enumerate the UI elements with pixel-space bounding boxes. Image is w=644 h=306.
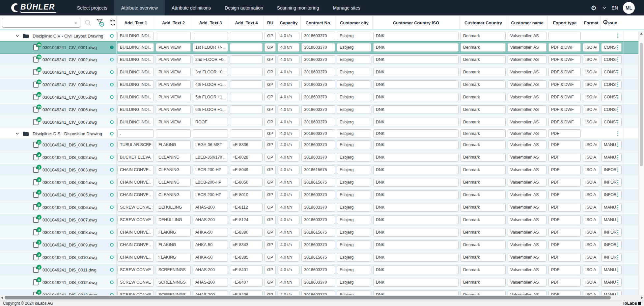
t3-field[interactable] bbox=[193, 266, 228, 274]
bu-field[interactable] bbox=[265, 241, 276, 249]
row-menu-kebab-icon[interactable] bbox=[616, 229, 619, 236]
contract-field[interactable] bbox=[301, 178, 335, 187]
column-header-iso[interactable]: Customer Country ISO bbox=[372, 16, 460, 30]
country-field[interactable] bbox=[461, 153, 506, 162]
t3-field[interactable] bbox=[193, 153, 228, 162]
row-radio[interactable] bbox=[110, 206, 114, 209]
row-radio[interactable] bbox=[110, 95, 114, 99]
row-radio[interactable] bbox=[110, 231, 114, 234]
t2-field[interactable] bbox=[156, 178, 191, 187]
t3-field[interactable] bbox=[193, 93, 228, 101]
column-header-capacity[interactable]: Capacity bbox=[277, 16, 300, 30]
t4-field[interactable] bbox=[230, 140, 263, 149]
capacity-field[interactable] bbox=[278, 129, 299, 138]
name-field[interactable] bbox=[508, 68, 546, 76]
iso-field[interactable] bbox=[373, 140, 459, 149]
row-radio[interactable] bbox=[110, 143, 114, 147]
iso-field[interactable] bbox=[373, 178, 459, 187]
t4-field[interactable] bbox=[230, 291, 263, 295]
contract-field[interactable] bbox=[301, 118, 335, 126]
t1-field[interactable] bbox=[117, 140, 154, 149]
t1-field[interactable] bbox=[117, 278, 154, 287]
file-row[interactable]: 200301049241_CIV_0002.dwg bbox=[0, 54, 638, 66]
t1-field[interactable] bbox=[117, 178, 154, 187]
format-field[interactable] bbox=[583, 178, 599, 187]
t2-field[interactable] bbox=[156, 32, 191, 40]
t4-field[interactable] bbox=[230, 32, 263, 40]
name-field[interactable] bbox=[508, 253, 546, 262]
country-field[interactable] bbox=[461, 291, 506, 295]
t3-field[interactable] bbox=[193, 32, 228, 40]
row-radio[interactable] bbox=[110, 181, 114, 184]
city-field[interactable] bbox=[337, 32, 371, 40]
t2-field[interactable] bbox=[156, 105, 191, 114]
file-row[interactable]: 30301049241_DIS_0004.dwg bbox=[0, 176, 638, 189]
export-field[interactable] bbox=[548, 118, 581, 126]
column-settings-gear-icon[interactable]: ⚙ bbox=[602, 19, 608, 25]
capacity-field[interactable] bbox=[278, 191, 299, 199]
file-row[interactable]: 30301049241_DIS_0008.dwg bbox=[0, 226, 638, 239]
column-header-t3[interactable]: Add. Text 3 bbox=[192, 16, 229, 30]
country-field[interactable] bbox=[461, 93, 506, 101]
file-row[interactable]: 230301049241_CIV_0005.dwg bbox=[0, 91, 638, 104]
row-menu-kebab-icon[interactable] bbox=[616, 106, 619, 113]
iso-field[interactable] bbox=[373, 278, 459, 287]
name-field[interactable] bbox=[508, 105, 546, 114]
t1-field[interactable] bbox=[117, 153, 154, 162]
row-radio[interactable] bbox=[110, 34, 114, 38]
contract-field[interactable] bbox=[301, 253, 335, 262]
export-field[interactable] bbox=[548, 203, 581, 212]
t3-field[interactable] bbox=[193, 68, 228, 76]
export-field[interactable] bbox=[548, 93, 581, 101]
t2-field[interactable] bbox=[156, 241, 191, 249]
row-radio[interactable] bbox=[110, 281, 114, 284]
t3-field[interactable] bbox=[193, 228, 228, 237]
scroll-left-arrow-icon[interactable] bbox=[1, 296, 3, 299]
city-field[interactable] bbox=[337, 153, 371, 162]
row-radio[interactable] bbox=[110, 108, 114, 112]
export-field[interactable] bbox=[548, 278, 581, 287]
contract-field[interactable] bbox=[301, 55, 335, 64]
city-field[interactable] bbox=[337, 178, 371, 187]
t2-field[interactable] bbox=[156, 216, 191, 224]
row-menu-kebab-icon[interactable] bbox=[616, 81, 619, 88]
t1-field[interactable] bbox=[117, 68, 154, 76]
name-field[interactable] bbox=[508, 43, 546, 52]
t4-field[interactable] bbox=[230, 216, 263, 224]
row-radio[interactable] bbox=[110, 256, 114, 259]
t4-field[interactable] bbox=[230, 68, 263, 76]
iso-field[interactable] bbox=[373, 253, 459, 262]
language-selector[interactable]: EN bbox=[612, 5, 618, 11]
t2-field[interactable] bbox=[156, 153, 191, 162]
vertical-scrollbar[interactable] bbox=[638, 31, 644, 295]
iso-field[interactable] bbox=[373, 105, 459, 114]
capacity-field[interactable] bbox=[278, 228, 299, 237]
file-row[interactable]: 40301049241_DIS_0005.dwg bbox=[0, 189, 638, 201]
t4-field[interactable] bbox=[230, 191, 263, 199]
capacity-field[interactable] bbox=[278, 55, 299, 64]
t2-field[interactable] bbox=[156, 191, 191, 199]
t2-field[interactable] bbox=[156, 140, 191, 149]
country-field[interactable] bbox=[461, 178, 506, 187]
t4-field[interactable] bbox=[230, 228, 263, 237]
t4-field[interactable] bbox=[230, 278, 263, 287]
row-menu-kebab-icon[interactable] bbox=[616, 267, 619, 273]
export-field[interactable] bbox=[548, 178, 581, 187]
column-header-export[interactable]: Export type bbox=[547, 16, 582, 30]
capacity-field[interactable] bbox=[278, 216, 299, 224]
t3-field[interactable] bbox=[193, 203, 228, 212]
t3-field[interactable] bbox=[193, 253, 228, 262]
city-field[interactable] bbox=[337, 216, 371, 224]
column-header-city[interactable]: Customer city bbox=[336, 16, 372, 30]
filter-icon[interactable]: 0 bbox=[97, 19, 105, 27]
t4-field[interactable] bbox=[230, 129, 263, 138]
bu-field[interactable] bbox=[265, 153, 276, 162]
file-row[interactable]: 120301049241_DIS_0001.dwg bbox=[0, 139, 638, 151]
bu-field[interactable] bbox=[265, 266, 276, 274]
file-row[interactable]: 60301049241_DIS_0006.dwg bbox=[0, 201, 638, 214]
nav-tab-scanning-monitoring[interactable]: Scanning monitoring bbox=[270, 0, 326, 15]
name-field[interactable] bbox=[508, 93, 546, 101]
column-header-contract[interactable]: Contract No. bbox=[300, 16, 336, 30]
country-field[interactable] bbox=[461, 278, 506, 287]
name-field[interactable] bbox=[508, 129, 546, 138]
